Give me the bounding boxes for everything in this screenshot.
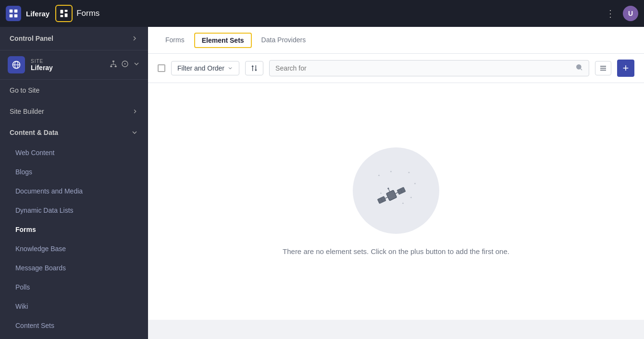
documents-and-media-label: Documents and Media (15, 187, 83, 195)
message-boards-label: Message Boards (15, 264, 66, 272)
sidebar-item-polls[interactable]: Polls (0, 278, 148, 297)
tab-bar: Forms Element Sets Data Providers (148, 27, 644, 54)
tab-forms[interactable]: Forms (158, 28, 192, 52)
svg-rect-11 (112, 61, 114, 62)
svg-rect-7 (65, 13, 68, 17)
svg-point-19 (124, 63, 126, 65)
sidebar: Control Panel SITE Liferay (0, 27, 148, 339)
svg-point-20 (577, 65, 581, 69)
knowledge-base-label: Knowledge Base (15, 245, 66, 253)
site-sitemap-button[interactable] (110, 60, 117, 70)
sidebar-item-knowledge-base[interactable]: Knowledge Base (0, 239, 148, 258)
empty-state: + + + + + + + (148, 83, 644, 320)
sitemap-icon (110, 60, 117, 68)
svg-rect-42 (386, 190, 397, 201)
logo-icon (6, 6, 21, 21)
svg-text:+: + (402, 202, 404, 205)
sidebar-item-dynamic-data-lists[interactable]: Dynamic Data Lists (0, 201, 148, 220)
content-data-header[interactable]: Content & Data (0, 122, 148, 143)
select-all-checkbox[interactable] (158, 64, 165, 72)
sidebar-item-wiki[interactable]: Wiki (0, 297, 148, 316)
sidebar-item-blogs[interactable]: Blogs (0, 162, 148, 182)
chevron-down-icon (133, 60, 140, 68)
site-collapse-button[interactable] (133, 60, 140, 70)
svg-rect-4 (61, 10, 63, 14)
site-selector[interactable]: SITE Liferay (0, 50, 148, 80)
sort-button[interactable] (245, 61, 263, 75)
tab-element-sets[interactable]: Element Sets (194, 33, 252, 48)
add-icon: + (623, 62, 629, 74)
module-icon-box (55, 5, 73, 22)
sort-icon (250, 64, 258, 72)
site-label: SITE (31, 59, 104, 64)
list-view-button[interactable] (595, 61, 611, 75)
site-builder-chevron-icon (132, 108, 138, 115)
svg-text:+: + (408, 171, 410, 174)
wiki-label: Wiki (15, 303, 28, 310)
svg-text:+: + (410, 196, 412, 199)
go-to-site-label: Go to Site (10, 86, 39, 94)
more-options-button[interactable]: ⋮ (606, 8, 615, 19)
svg-text:+: + (378, 174, 380, 177)
svg-line-46 (395, 193, 398, 194)
list-view-icon (599, 64, 607, 72)
filter-order-button[interactable]: Filter and Order (171, 61, 239, 75)
sidebar-item-go-to-site[interactable]: Go to Site (0, 80, 148, 101)
module-icon (59, 9, 69, 18)
sidebar-item-content-sets[interactable]: Content Sets (0, 316, 148, 335)
content-data-chevron-icon (131, 129, 138, 136)
site-builder-label: Site Builder (10, 108, 44, 115)
svg-rect-3 (14, 14, 18, 18)
site-icon (8, 56, 25, 73)
search-bar (269, 60, 589, 76)
view-toggle (595, 61, 611, 75)
site-name: Liferay (31, 64, 104, 72)
sidebar-item-site-builder[interactable]: Site Builder (0, 101, 148, 122)
top-bar: Liferay Forms ⋮ U (0, 0, 644, 27)
site-actions (110, 60, 140, 70)
filter-chevron-icon (227, 65, 233, 71)
control-panel-header[interactable]: Control Panel (0, 27, 148, 50)
sidebar-item-forms[interactable]: Forms (0, 220, 148, 239)
user-avatar[interactable]: U (623, 6, 638, 21)
search-svg (575, 63, 583, 71)
svg-text:+: + (390, 170, 392, 173)
top-bar-center: Forms (55, 5, 606, 22)
svg-line-45 (385, 197, 388, 198)
tab-data-providers[interactable]: Data Providers (254, 28, 314, 52)
search-input[interactable] (275, 64, 571, 72)
svg-line-43 (388, 189, 390, 192)
polls-label: Polls (15, 283, 30, 291)
content-data-label: Content & Data (10, 129, 58, 136)
content-area: Forms Element Sets Data Providers Filter… (148, 27, 644, 339)
control-panel-chevron-icon (131, 35, 138, 42)
content-sets-label: Content Sets (15, 322, 54, 329)
svg-point-44 (387, 187, 389, 189)
filter-order-label: Filter and Order (177, 64, 224, 72)
site-settings-button[interactable] (121, 60, 129, 70)
sidebar-item-message-boards[interactable]: Message Boards (0, 258, 148, 278)
satellite-illustration: + + + + + + + (372, 167, 420, 215)
search-icon (575, 63, 583, 73)
svg-rect-0 (10, 10, 13, 13)
toolbar: Filter and Order (148, 54, 644, 83)
top-bar-right: ⋮ U (606, 6, 638, 21)
svg-line-21 (581, 69, 582, 70)
svg-rect-1 (14, 10, 18, 13)
sidebar-item-web-content[interactable]: Web Content (0, 143, 148, 162)
compass-icon (121, 60, 129, 68)
liferay-logo-svg (9, 9, 18, 18)
module-title: Forms (76, 9, 99, 18)
main-layout: Control Panel SITE Liferay (0, 27, 644, 339)
add-element-set-button[interactable]: + (617, 60, 634, 77)
site-info: SITE Liferay (31, 59, 104, 72)
svg-rect-6 (61, 15, 63, 17)
logo[interactable]: Liferay (6, 6, 50, 21)
svg-rect-13 (115, 66, 117, 67)
content-footer (148, 320, 644, 339)
svg-rect-12 (110, 66, 112, 67)
site-icon-svg (12, 60, 21, 70)
sidebar-item-documents-and-media[interactable]: Documents and Media (0, 182, 148, 201)
dynamic-data-lists-label: Dynamic Data Lists (15, 206, 74, 214)
empty-illustration: + + + + + + + (353, 147, 439, 234)
